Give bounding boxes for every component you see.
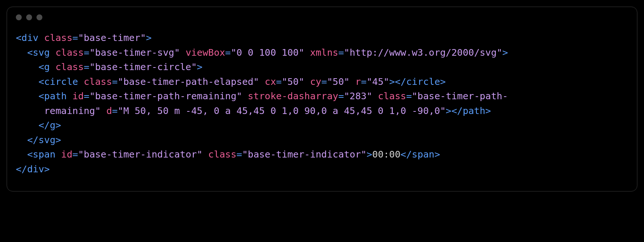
- code-token: "base-timer-path-: [412, 90, 508, 101]
- code-token: "50": [282, 76, 304, 87]
- code-token: =: [338, 90, 344, 101]
- code-token: "base-timer-path-remaining": [90, 90, 242, 101]
- code-token: div: [21, 32, 38, 43]
- code-token: "base-timer-path-elapsed": [118, 76, 259, 87]
- code-token: id: [61, 149, 73, 160]
- code-token: </: [16, 163, 27, 174]
- code-token: id: [73, 90, 84, 101]
- code-token: g: [44, 61, 50, 72]
- code-token: </: [400, 149, 412, 160]
- code-token: remaining": [16, 105, 101, 116]
- code-token: <: [27, 47, 33, 58]
- window-dot: [16, 14, 22, 20]
- code-token: [16, 149, 27, 160]
- code-token: circle: [406, 76, 440, 87]
- code-content: <div class="base-timer"> <svg class="bas…: [7, 23, 637, 191]
- code-token: <: [38, 76, 44, 87]
- code-token: "M 50, 50 m -45, 0 a 45,45 0 1,0 90,0 a …: [118, 105, 445, 116]
- window-dot: [26, 14, 32, 20]
- code-token: "45": [367, 76, 389, 87]
- code-token: </: [38, 120, 50, 131]
- code-token: ></: [446, 105, 463, 116]
- code-token: [16, 90, 38, 101]
- code-token: g: [50, 120, 55, 131]
- code-token: xmlns: [310, 47, 338, 58]
- code-token: <: [38, 90, 44, 101]
- code-token: >: [434, 149, 440, 160]
- code-token: "base-timer-svg": [90, 47, 180, 58]
- code-token: "0 0 100 100": [231, 47, 304, 58]
- code-token: span: [412, 149, 434, 160]
- code-token: path: [44, 90, 67, 101]
- code-token: [304, 76, 310, 87]
- code-token: >: [56, 120, 61, 131]
- code-token: =: [361, 76, 367, 87]
- code-window: <div class="base-timer"> <svg class="bas…: [7, 7, 637, 191]
- code-token: r: [355, 76, 361, 87]
- code-token: >: [367, 149, 372, 160]
- code-token: >: [44, 163, 50, 174]
- code-token: [78, 76, 84, 87]
- code-token: svg: [38, 134, 55, 145]
- code-token: cy: [310, 76, 321, 87]
- code-token: [38, 32, 44, 43]
- code-token: 00:00: [372, 149, 400, 160]
- code-token: =: [84, 61, 89, 72]
- code-token: ></: [389, 76, 406, 87]
- code-token: div: [27, 163, 44, 174]
- code-token: <: [16, 32, 21, 43]
- code-token: =: [338, 47, 344, 58]
- code-token: =: [225, 47, 231, 58]
- code-token: [16, 76, 38, 87]
- code-token: =: [112, 76, 118, 87]
- code-token: "base-timer-circle": [90, 61, 197, 72]
- code-token: path: [463, 105, 485, 116]
- code-token: "base-timer": [78, 32, 146, 43]
- code-token: </: [27, 134, 39, 145]
- code-token: <: [27, 149, 33, 160]
- code-token: [50, 61, 55, 72]
- code-token: [16, 61, 38, 72]
- code-token: "http://www.w3.org/2000/svg": [344, 47, 503, 58]
- code-token: >: [146, 32, 151, 43]
- code-token: [203, 149, 208, 160]
- code-token: [67, 90, 72, 101]
- code-token: [101, 105, 106, 116]
- code-token: =: [276, 76, 281, 87]
- code-token: "base-timer-indicator": [242, 149, 367, 160]
- code-token: =: [406, 90, 412, 101]
- code-token: circle: [44, 76, 78, 87]
- code-token: viewBox: [186, 47, 225, 58]
- code-token: =: [73, 149, 78, 160]
- code-token: =: [321, 76, 327, 87]
- code-token: [16, 47, 27, 58]
- code-token: [56, 149, 61, 160]
- code-token: d: [106, 105, 112, 116]
- code-token: stroke-dasharray: [248, 90, 339, 101]
- code-token: [16, 120, 38, 131]
- code-token: [304, 47, 310, 58]
- code-token: =: [84, 90, 89, 101]
- code-token: [50, 47, 55, 58]
- code-token: >: [440, 76, 446, 87]
- code-token: class: [378, 90, 406, 101]
- code-token: =: [112, 105, 118, 116]
- code-token: >: [197, 61, 202, 72]
- code-token: =: [84, 47, 89, 58]
- code-token: svg: [33, 47, 50, 58]
- code-token: >: [502, 47, 508, 58]
- code-token: class: [208, 149, 237, 160]
- code-token: class: [84, 76, 112, 87]
- code-token: class: [56, 47, 84, 58]
- code-token: "base-timer-indicator": [78, 149, 203, 160]
- code-token: class: [56, 61, 84, 72]
- code-token: =: [237, 149, 242, 160]
- code-token: [372, 90, 378, 101]
- code-token: [350, 76, 355, 87]
- code-token: class: [44, 32, 73, 43]
- code-token: >: [485, 105, 491, 116]
- code-token: [242, 90, 248, 101]
- code-token: <: [38, 61, 44, 72]
- window-dot: [36, 14, 42, 20]
- code-token: "50": [327, 76, 350, 87]
